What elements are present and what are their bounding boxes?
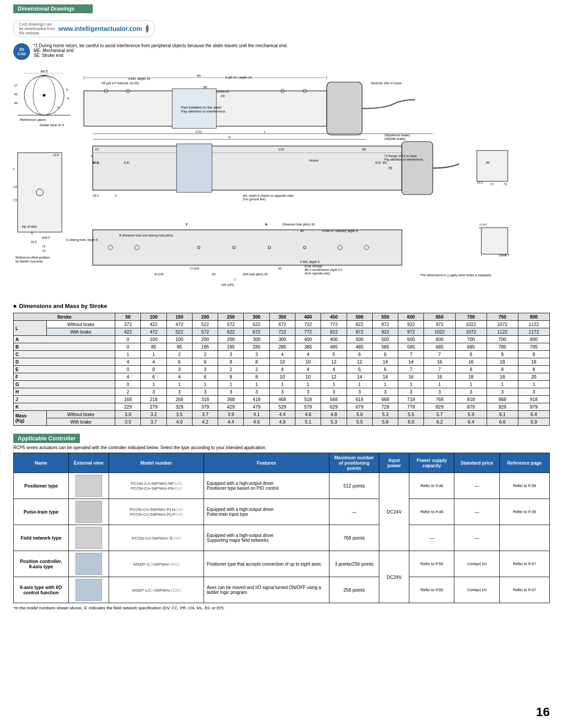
svg-text:193(with brake): 193(with brake): [384, 137, 405, 141]
svg-text:ø6: ø6: [42, 74, 46, 78]
svg-text:48: 48: [14, 101, 18, 105]
svg-text:L: L: [264, 130, 266, 134]
applicable-controller-title: Applicable Controller: [18, 435, 76, 442]
svg-text:top of slide: top of slide: [22, 225, 37, 229]
field-network-type-points: 768 points: [329, 525, 379, 551]
k-label: K: [14, 403, 115, 411]
svg-rect-72: [177, 144, 212, 192]
field-network-type-image: [68, 525, 109, 551]
svg-text:46.5: 46.5: [13, 185, 17, 188]
e-label: E: [14, 366, 115, 373]
6axis-type-model: MSEP-LC□-56PWAI-□□-□: [109, 577, 204, 603]
col-550: 550: [372, 313, 398, 321]
svg-text:110: 110: [278, 147, 284, 151]
positioner-type-refpage: Refer to P.39: [499, 473, 550, 499]
table-row: Mass(Kg) Without brake 3.03.23.53.73.94.…: [14, 411, 550, 418]
positioner-type-name: Positioner type: [14, 473, 69, 499]
svg-text:[5]: [5]: [389, 166, 392, 170]
col-power-supply: Power supply capacity: [409, 453, 454, 473]
cad-url[interactable]: www.intelligentactuator.com: [59, 25, 142, 32]
col-100: 100: [141, 313, 166, 321]
col-model-number: Model number: [109, 453, 204, 473]
j-label: J: [14, 396, 115, 403]
field-network-type-model: PCON-CA-56PWAI-①-□-□: [109, 525, 204, 551]
svg-text:20: 20: [221, 94, 225, 98]
8axis-type-name: Position controller,8-axis type: [14, 551, 69, 577]
positioner-type-features: Equipped with a high-output driver Posit…: [204, 473, 329, 499]
controller-image-8axis: [76, 553, 102, 575]
svg-text:IAI: IAI: [486, 161, 490, 164]
positioner-type-model: PCON-CA-56PWAI-NP-□-□ PCON-CA-56PWAI-PN-…: [109, 473, 204, 499]
svg-text:M3, depth-6 (Same on opposite : M3, depth-6 (Same on opposite side): [243, 194, 294, 198]
pulse-train-type-power: Refer to P.46: [409, 499, 454, 525]
dc24v-cell-bottom: DC24V: [379, 551, 409, 603]
svg-text:ø9.5: ø9.5: [41, 69, 48, 73]
svg-rect-77: [477, 150, 508, 181]
svg-text:13: 13: [95, 148, 98, 151]
svg-rect-17: [327, 82, 362, 135]
dimensions-section: Dimensions and Mass by Stroke Stroke 50 …: [13, 303, 550, 426]
col-external-view: External view: [68, 453, 109, 473]
svg-text:H-Ø4 H7 reamed, depth 6: H-Ø4 H7 reamed, depth 6: [322, 229, 358, 233]
svg-text:J: J: [234, 278, 236, 281]
col-50: 50: [115, 313, 141, 321]
svg-rect-109: [481, 228, 508, 254]
8axis-type-price: Contact IAI: [454, 551, 499, 577]
col-750: 750: [487, 313, 518, 321]
svg-text:5: 5: [66, 88, 68, 91]
pulse-train-type-name: Pulse-train type: [14, 499, 69, 525]
6axis-type-points: 256 points: [329, 577, 379, 603]
8axis-type-model: MSEP-C□-56PWAI-□□-□: [109, 551, 204, 577]
table-row: H 2333333333333333: [14, 388, 550, 396]
svg-text:40: 40: [300, 229, 304, 233]
8axis-type-features: Positioner type that accepts connection …: [204, 551, 329, 577]
svg-text:Ø-ok, through: Ø-ok, through: [305, 265, 322, 268]
f-label: F: [14, 373, 115, 381]
col-input-power: Input power: [379, 453, 409, 473]
field-network-type-refpage: [499, 525, 550, 551]
applicable-controller-note: RCP5 series actuators can be operated wi…: [13, 445, 550, 450]
svg-text:39 (ø5 H7 interval: ±0.02): 39 (ø5 H7 interval: ±0.02): [102, 81, 139, 85]
pulse-train-type-image: [68, 499, 109, 525]
col-700: 700: [455, 313, 487, 321]
svg-text:Detail view of X: Detail view of X: [40, 123, 64, 127]
controller-footnote: *In the model numbers shown above, ① ind…: [13, 605, 550, 610]
6axis-type-features: Axes can be moved and I/O signal turned …: [204, 577, 329, 603]
c-label: C: [14, 351, 115, 358]
col-600: 600: [398, 313, 424, 321]
svg-text:F-M5, depth 9: F-M5, depth 9: [300, 260, 320, 264]
8axis-type-points: 3 points/256 points: [329, 551, 379, 577]
globe-icon: [146, 25, 149, 33]
with-brake-label: With brake: [46, 328, 115, 336]
d-label: D: [14, 358, 115, 366]
svg-text:Must be 100 or more.: Must be 100 or more.: [371, 81, 402, 85]
col-300: 300: [244, 313, 269, 321]
svg-text:17: 17: [14, 84, 18, 87]
svg-text:32±0.02: 32±0.02: [216, 90, 229, 94]
svg-text:53.5: 53.5: [31, 240, 37, 244]
svg-text:B (Reamed hole and oblong hole: B (Reamed hole and oblong hole pitch): [119, 234, 173, 237]
svg-text:64: 64: [13, 168, 15, 171]
svg-point-1: [43, 94, 45, 97]
controller-row-8axis: Position controller,8-axis type MSEP-C□-…: [14, 551, 550, 577]
without-brake-label: Without brake: [46, 321, 115, 328]
svg-text:30: 30: [14, 93, 18, 96]
technical-drawings: ø9.5 ø6 Reference plane Detail view of X…: [13, 64, 550, 298]
col-650: 650: [424, 313, 455, 321]
table-row: K 22927932937942947952957962967972977982…: [14, 403, 550, 411]
col-500: 500: [347, 313, 372, 321]
section-header-dimensional: Dimensional Drawings: [13, 4, 93, 13]
notes-block: *1 During home return, be careful to avo…: [34, 43, 287, 58]
svg-text:Reference offset position: Reference offset position: [15, 256, 49, 259]
controller-image-pulse-train: [76, 501, 102, 523]
svg-text:Pay attention to interference.: Pay attention to interference.: [384, 158, 424, 161]
positioner-type-power: Refer to P.46: [409, 473, 454, 499]
svg-rect-52: [402, 142, 433, 195]
svg-text:72 Range of 72 or more: 72 Range of 72 or more: [384, 154, 417, 158]
col-800: 800: [518, 313, 549, 321]
dimensions-section-title: Dimensions and Mass by Stroke: [13, 303, 550, 309]
svg-text:(For ground line): (For ground line): [243, 198, 266, 201]
svg-text:5: 5: [479, 227, 481, 229]
col-features: Features: [204, 453, 329, 473]
svg-text:60: 60: [197, 74, 201, 78]
